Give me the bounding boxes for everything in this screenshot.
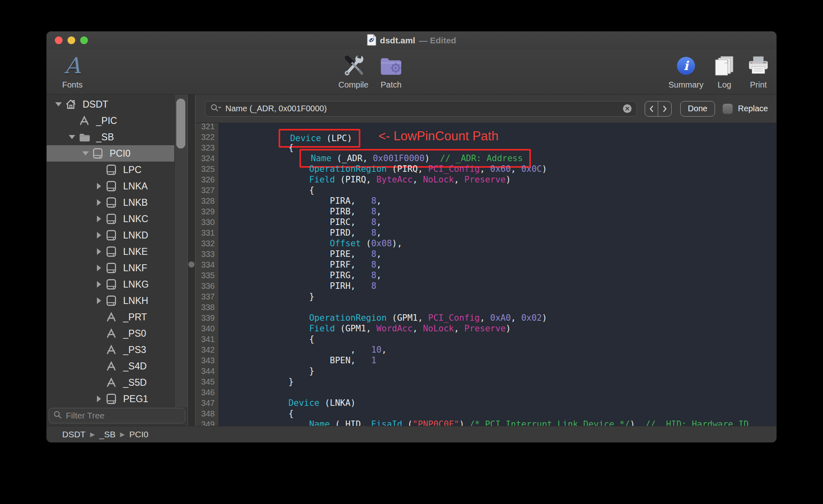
tree-item-lnkf[interactable]: LNKF [47,260,174,276]
tree-item-pci0[interactable]: PCI0 [47,145,174,162]
find-next-button[interactable] [658,101,671,116]
code-line-324: Name (_ADR, 0x001F0000) // _ADR: Address [247,153,749,164]
tree-item-label: DSDT [83,99,108,110]
compile-icon [342,52,365,79]
disclosure-triangle[interactable] [93,396,105,402]
device-icon [105,229,117,241]
editor-pane: ✕ Done Replace 32132232332432532632 [196,94,776,426]
disclosure-triangle[interactable] [93,199,105,206]
tree-item-_ps3[interactable]: _PS3 [47,342,174,358]
code-line-335: PIRG, 8, [247,270,749,281]
breadcrumb-item-_sb[interactable]: _SB [99,430,116,439]
print-button[interactable]: Print [742,52,775,92]
patch-button[interactable]: Patch [373,52,409,92]
tree-item-lnke[interactable]: LNKE [47,243,174,260]
split-divider[interactable] [187,94,196,426]
tree-item-_s5d[interactable]: _S5D [47,374,174,391]
code-line-345: } [247,376,749,387]
code-line-331: PIRD, 8, [247,227,749,238]
tree-item-label: _PS3 [123,344,146,356]
tree-item-lnka[interactable]: LNKA [47,178,174,194]
tree-item-label: _SB [96,132,114,143]
disclosure-triangle[interactable] [52,102,65,106]
tree-item-label: LNKE [123,246,148,257]
breadcrumb-separator-icon: ▶ [120,431,125,438]
code-editor[interactable]: 3213223233243253263273283293303313323333… [196,123,776,426]
maciasl-window: dsdt.aml — Edited A Fonts [46,31,777,443]
tree-item-dsdt[interactable]: DSDT [47,96,174,112]
device-icon [105,196,117,209]
code-line-327: { [247,185,749,196]
line-numbers: 3213223233243253263273283293303313323333… [196,123,218,426]
summary-button[interactable]: i Summary [663,52,708,92]
tree-item-_prt[interactable]: _PRT [47,309,174,325]
compile-button[interactable]: Compile [333,52,374,92]
method-icon [105,327,117,340]
device-icon [92,147,104,160]
search-menu-icon[interactable] [210,104,221,114]
filter-placeholder: Filter Tree [66,411,105,421]
disclosure-triangle[interactable] [93,297,105,304]
find-prev-next [645,101,672,117]
split-divider-handle[interactable] [189,261,195,268]
log-button[interactable]: Log [710,52,739,92]
tree-item-_pic[interactable]: _PIC [47,112,174,129]
tree-item-lnkg[interactable]: LNKG [47,276,174,292]
tree-item-lnkc[interactable]: LNKC [47,211,174,227]
tree-item-label: _PRT [123,312,147,323]
breadcrumb-item-dsdt[interactable]: DSDT [62,430,85,439]
disclosure-triangle[interactable] [93,265,105,271]
print-icon [748,52,769,79]
tree-item-peg1[interactable]: PEG1 [47,391,174,407]
clear-search-icon[interactable]: ✕ [623,104,632,113]
disclosure-triangle[interactable] [93,281,105,288]
method-icon [78,115,90,127]
find-field[interactable]: ✕ [205,101,637,117]
disclosure-triangle[interactable] [93,183,105,189]
search-icon [53,410,62,421]
tree-item-lpc[interactable]: LPC [47,162,174,178]
code-line-338 [247,302,749,313]
disclosure-triangle[interactable] [93,232,105,239]
sidebar-scrollbar-track[interactable] [174,94,187,408]
tree-item-label: _PS0 [123,328,146,339]
code-line-330: PIRC, 8, [247,217,749,227]
disclosure-triangle[interactable] [79,151,92,155]
code-line-347: Device (LNKA) [247,398,749,408]
device-icon [105,278,117,290]
code-line-322: Device (LPC)<- LowPinCount Path [247,132,749,142]
disclosure-triangle[interactable] [66,135,78,139]
disclosure-triangle[interactable] [93,248,105,255]
find-input[interactable] [225,104,620,114]
home-icon [65,98,77,110]
code-line-343: BPEN, 1 [247,355,749,366]
tree-item-lnkd[interactable]: LNKD [47,227,174,243]
device-icon [105,262,117,274]
acpi-tree: DSDT_PIC_SBPCI0LPCLNKALNKBLNKCLNKDLNKELN… [47,96,174,407]
filter-tree-field[interactable]: Filter Tree [49,408,185,423]
breadcrumb-item-pci0[interactable]: PCI0 [129,430,148,439]
tree-item-_s4d[interactable]: _S4D [47,358,174,374]
fonts-button[interactable]: A Fonts [54,52,91,92]
method-icon [105,376,117,389]
sidebar-scrollbar-thumb[interactable] [176,99,185,148]
summary-icon: i [676,52,696,79]
title-bar[interactable]: dsdt.aml — Edited [47,32,776,50]
code-line-344: } [247,366,749,376]
tree-item-label: LNKG [123,279,149,290]
replace-checkbox[interactable] [722,104,733,114]
tree-item-lnkb[interactable]: LNKB [47,194,174,211]
tree-item-lnkh[interactable]: LNKH [47,292,174,309]
code-line-340: Field (GPM1, WordAcc, NoLock, Preserve) [247,323,749,334]
tree-item-label: PEG1 [123,394,148,405]
tree-item-_ps0[interactable]: _PS0 [47,325,174,342]
code-line-334: PIRF, 8, [247,259,749,270]
find-previous-button[interactable] [645,101,658,116]
tree-item-_sb[interactable]: _SB [47,129,174,145]
method-icon [105,360,117,372]
toolbar: A Fonts Compile [47,50,776,94]
code-line-341: { [247,334,749,344]
disclosure-triangle[interactable] [93,216,105,222]
code-line-333: PIRE, 8, [247,249,749,259]
done-button[interactable]: Done [680,101,715,117]
